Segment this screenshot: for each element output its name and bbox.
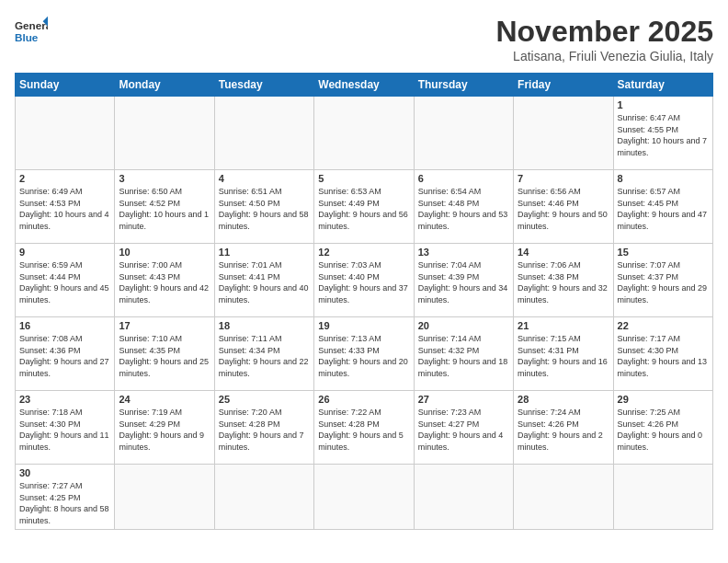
day-info: Sunrise: 7:19 AM Sunset: 4:29 PM Dayligh… <box>119 407 210 453</box>
day-number: 4 <box>219 173 310 184</box>
calendar-cell <box>414 465 513 530</box>
day-number: 6 <box>418 173 509 184</box>
day-info: Sunrise: 6:54 AM Sunset: 4:48 PM Dayligh… <box>418 186 509 232</box>
day-number: 29 <box>618 394 709 405</box>
day-number: 24 <box>119 394 210 405</box>
calendar-cell: 7Sunrise: 6:56 AM Sunset: 4:46 PM Daylig… <box>514 170 613 244</box>
day-info: Sunrise: 7:08 AM Sunset: 4:36 PM Dayligh… <box>19 333 110 379</box>
day-info: Sunrise: 7:00 AM Sunset: 4:43 PM Dayligh… <box>119 259 210 305</box>
calendar-cell: 18Sunrise: 7:11 AM Sunset: 4:34 PM Dayli… <box>214 317 313 391</box>
calendar-cell <box>613 465 712 530</box>
day-info: Sunrise: 6:49 AM Sunset: 4:53 PM Dayligh… <box>19 186 110 232</box>
calendar-cell <box>414 97 513 170</box>
calendar-cell <box>314 97 414 170</box>
calendar-cell: 15Sunrise: 7:07 AM Sunset: 4:37 PM Dayli… <box>613 244 712 317</box>
day-number: 2 <box>19 173 110 184</box>
day-info: Sunrise: 7:10 AM Sunset: 4:35 PM Dayligh… <box>119 333 210 379</box>
day-info: Sunrise: 7:07 AM Sunset: 4:37 PM Dayligh… <box>618 259 709 305</box>
day-info: Sunrise: 6:47 AM Sunset: 4:55 PM Dayligh… <box>618 112 709 158</box>
calendar-cell <box>314 465 414 530</box>
calendar-cell <box>514 97 613 170</box>
calendar-cell: 11Sunrise: 7:01 AM Sunset: 4:41 PM Dayli… <box>214 244 313 317</box>
day-info: Sunrise: 6:53 AM Sunset: 4:49 PM Dayligh… <box>318 186 409 232</box>
day-info: Sunrise: 7:03 AM Sunset: 4:40 PM Dayligh… <box>318 259 409 305</box>
day-info: Sunrise: 7:24 AM Sunset: 4:26 PM Dayligh… <box>518 407 609 453</box>
day-number: 23 <box>19 394 110 405</box>
calendar-week-2: 2Sunrise: 6:49 AM Sunset: 4:53 PM Daylig… <box>16 170 713 244</box>
calendar-cell <box>214 465 313 530</box>
generalblue-icon: General Blue <box>15 15 48 48</box>
day-info: Sunrise: 6:59 AM Sunset: 4:44 PM Dayligh… <box>19 259 110 305</box>
calendar-cell: 13Sunrise: 7:04 AM Sunset: 4:39 PM Dayli… <box>414 244 513 317</box>
day-number: 11 <box>219 247 310 258</box>
day-info: Sunrise: 7:13 AM Sunset: 4:33 PM Dayligh… <box>318 333 409 379</box>
col-friday: Friday <box>514 74 613 97</box>
calendar-cell: 21Sunrise: 7:15 AM Sunset: 4:31 PM Dayli… <box>514 317 613 391</box>
day-number: 17 <box>119 320 210 331</box>
svg-text:General: General <box>15 19 48 31</box>
calendar-cell: 17Sunrise: 7:10 AM Sunset: 4:35 PM Dayli… <box>115 317 214 391</box>
calendar-cell <box>115 465 214 530</box>
col-sunday: Sunday <box>16 74 115 97</box>
col-thursday: Thursday <box>414 74 513 97</box>
calendar-week-1: 1Sunrise: 6:47 AM Sunset: 4:55 PM Daylig… <box>16 97 713 170</box>
day-info: Sunrise: 7:11 AM Sunset: 4:34 PM Dayligh… <box>219 333 310 379</box>
calendar-cell: 24Sunrise: 7:19 AM Sunset: 4:29 PM Dayli… <box>115 391 214 465</box>
calendar-body: 1Sunrise: 6:47 AM Sunset: 4:55 PM Daylig… <box>16 97 713 530</box>
day-number: 8 <box>618 173 709 184</box>
calendar-cell: 5Sunrise: 6:53 AM Sunset: 4:49 PM Daylig… <box>314 170 414 244</box>
calendar-cell: 6Sunrise: 6:54 AM Sunset: 4:48 PM Daylig… <box>414 170 513 244</box>
col-tuesday: Tuesday <box>214 74 313 97</box>
day-info: Sunrise: 7:04 AM Sunset: 4:39 PM Dayligh… <box>418 259 509 305</box>
col-saturday: Saturday <box>613 74 712 97</box>
day-number: 1 <box>618 99 709 110</box>
calendar-cell <box>115 97 214 170</box>
day-info: Sunrise: 7:15 AM Sunset: 4:31 PM Dayligh… <box>518 333 609 379</box>
calendar-week-6: 30Sunrise: 7:27 AM Sunset: 4:25 PM Dayli… <box>16 465 713 530</box>
day-info: Sunrise: 7:27 AM Sunset: 4:25 PM Dayligh… <box>19 480 110 526</box>
svg-text:Blue: Blue <box>15 31 39 43</box>
day-info: Sunrise: 7:20 AM Sunset: 4:28 PM Dayligh… <box>219 407 310 453</box>
calendar-cell: 10Sunrise: 7:00 AM Sunset: 4:43 PM Dayli… <box>115 244 214 317</box>
day-info: Sunrise: 7:18 AM Sunset: 4:30 PM Dayligh… <box>19 407 110 453</box>
calendar-header: Sunday Monday Tuesday Wednesday Thursday… <box>16 74 713 97</box>
title-block: November 2025 Latisana, Friuli Venezia G… <box>495 15 713 63</box>
day-number: 7 <box>518 173 609 184</box>
calendar-cell: 8Sunrise: 6:57 AM Sunset: 4:45 PM Daylig… <box>613 170 712 244</box>
calendar-cell <box>16 97 115 170</box>
calendar-cell: 3Sunrise: 6:50 AM Sunset: 4:52 PM Daylig… <box>115 170 214 244</box>
calendar-week-5: 23Sunrise: 7:18 AM Sunset: 4:30 PM Dayli… <box>16 391 713 465</box>
day-number: 15 <box>618 247 709 258</box>
calendar-title: November 2025 <box>495 15 713 49</box>
calendar-cell: 29Sunrise: 7:25 AM Sunset: 4:26 PM Dayli… <box>613 391 712 465</box>
calendar-cell: 27Sunrise: 7:23 AM Sunset: 4:27 PM Dayli… <box>414 391 513 465</box>
header-row: Sunday Monday Tuesday Wednesday Thursday… <box>16 74 713 97</box>
day-number: 20 <box>418 320 509 331</box>
day-number: 9 <box>19 247 110 258</box>
day-info: Sunrise: 7:22 AM Sunset: 4:28 PM Dayligh… <box>318 407 409 453</box>
day-number: 25 <box>219 394 310 405</box>
day-number: 28 <box>518 394 609 405</box>
calendar-cell: 4Sunrise: 6:51 AM Sunset: 4:50 PM Daylig… <box>214 170 313 244</box>
calendar-cell: 23Sunrise: 7:18 AM Sunset: 4:30 PM Dayli… <box>16 391 115 465</box>
calendar-week-4: 16Sunrise: 7:08 AM Sunset: 4:36 PM Dayli… <box>16 317 713 391</box>
day-number: 22 <box>618 320 709 331</box>
calendar-week-3: 9Sunrise: 6:59 AM Sunset: 4:44 PM Daylig… <box>16 244 713 317</box>
calendar-cell: 14Sunrise: 7:06 AM Sunset: 4:38 PM Dayli… <box>514 244 613 317</box>
calendar-cell: 1Sunrise: 6:47 AM Sunset: 4:55 PM Daylig… <box>613 97 712 170</box>
calendar-subtitle: Latisana, Friuli Venezia Giulia, Italy <box>495 49 713 63</box>
calendar-cell: 30Sunrise: 7:27 AM Sunset: 4:25 PM Dayli… <box>16 465 115 530</box>
day-number: 21 <box>518 320 609 331</box>
col-monday: Monday <box>115 74 214 97</box>
day-number: 27 <box>418 394 509 405</box>
calendar-cell <box>214 97 313 170</box>
day-number: 14 <box>518 247 609 258</box>
calendar-cell: 28Sunrise: 7:24 AM Sunset: 4:26 PM Dayli… <box>514 391 613 465</box>
calendar-cell: 12Sunrise: 7:03 AM Sunset: 4:40 PM Dayli… <box>314 244 414 317</box>
day-number: 26 <box>318 394 409 405</box>
calendar-cell: 20Sunrise: 7:14 AM Sunset: 4:32 PM Dayli… <box>414 317 513 391</box>
calendar-cell: 16Sunrise: 7:08 AM Sunset: 4:36 PM Dayli… <box>16 317 115 391</box>
day-number: 10 <box>119 247 210 258</box>
page-header: General Blue November 2025 Latisana, Fri… <box>15 15 713 63</box>
calendar-cell: 19Sunrise: 7:13 AM Sunset: 4:33 PM Dayli… <box>314 317 414 391</box>
